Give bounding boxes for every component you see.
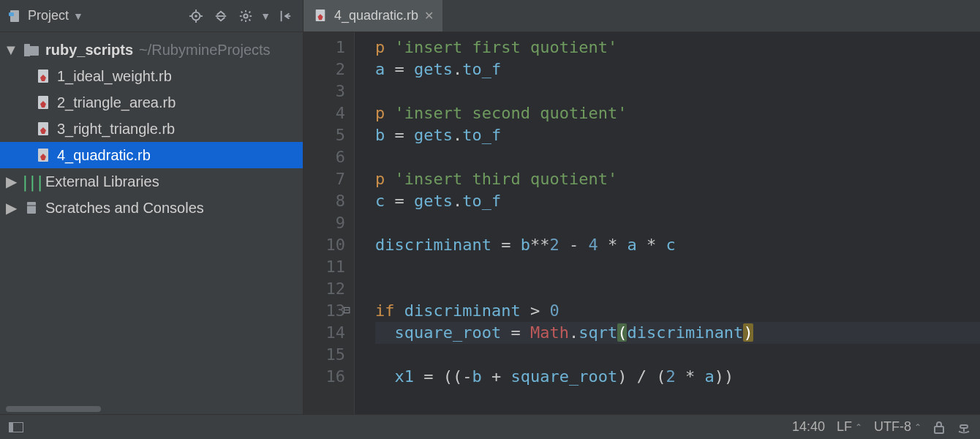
tree-root-label: ruby_scripts — [45, 42, 133, 59]
svg-line-16 — [241, 19, 243, 20]
tree-file[interactable]: 2_triangle_area.rb — [0, 89, 303, 116]
code-line[interactable] — [375, 146, 980, 168]
locate-icon[interactable] — [186, 6, 206, 26]
library-icon: ||| — [23, 173, 39, 190]
tool-window-toggle-icon[interactable] — [9, 422, 23, 432]
gutter-line-number[interactable]: 15 — [304, 344, 345, 366]
code-line[interactable]: discriminant = b**2 - 4 * a * c — [375, 234, 980, 256]
collapse-all-icon[interactable] — [211, 6, 231, 26]
gutter-line-number[interactable]: 6 — [304, 146, 345, 168]
main-area: Project ▼ ▼ ▼ — [0, 0, 980, 414]
code-line[interactable]: square_root = Math.sqrt(discriminant) — [375, 322, 980, 344]
code-line[interactable]: x1 = ((-b + square_root) / (2 * a)) — [375, 366, 980, 388]
gutter-line-number[interactable]: 12 — [304, 278, 345, 300]
code-line[interactable]: b = gets.to_f — [375, 124, 980, 146]
code-line[interactable] — [375, 344, 980, 366]
gutter-line-number[interactable]: 14 — [304, 322, 345, 344]
hide-sidebar-icon[interactable] — [275, 6, 295, 26]
code-line[interactable] — [375, 256, 980, 278]
gutter-line-number[interactable]: 2 — [304, 59, 345, 80]
gutter-line-number[interactable]: 10 — [304, 234, 345, 256]
close-tab-icon[interactable]: ✕ — [424, 9, 434, 23]
editor-code-area[interactable]: p 'insert first quotient'a = gets.to_fp … — [355, 32, 980, 414]
tree-root[interactable]: ▼ ruby_scripts ~/RubymineProjects — [0, 37, 303, 63]
ruby-file-icon — [35, 68, 51, 84]
code-line[interactable] — [375, 80, 980, 102]
editor-tabs: 4_quadratic.rb ✕ — [304, 0, 980, 32]
tree-scratches[interactable]: ▶ Scratches and Consoles — [0, 195, 303, 221]
sidebar-horizontal-scrollbar[interactable] — [0, 404, 303, 414]
editor-tab-active[interactable]: 4_quadratic.rb ✕ — [304, 0, 442, 31]
svg-point-3 — [195, 15, 197, 18]
gutter-line-number[interactable]: 13⊟ — [304, 300, 345, 322]
scrollbar-thumb[interactable] — [6, 406, 101, 412]
code-line[interactable]: c = gets.to_f — [375, 190, 980, 212]
status-encoding[interactable]: UTF-8 ⌃ — [874, 419, 921, 435]
project-icon — [7, 8, 23, 24]
gutter-line-number[interactable]: 4 — [304, 102, 345, 124]
ruby-file-icon — [35, 147, 51, 163]
code-line[interactable]: p 'insert third quotient' — [375, 168, 980, 190]
tree-external-libraries[interactable]: ▶ ||| External Libraries — [0, 168, 303, 195]
gutter-line-number[interactable]: 3 — [304, 80, 345, 102]
sidebar-header: Project ▼ ▼ — [0, 0, 303, 32]
ruby-file-icon — [35, 121, 51, 137]
gutter-line-number[interactable]: 9 — [304, 212, 345, 234]
tree-file-label: 1_ideal_weight.rb — [57, 68, 172, 85]
chevron-icon: ⌃ — [914, 422, 921, 432]
chevron-icon: ⌃ — [855, 422, 862, 432]
collapse-arrow-icon[interactable]: ▶ — [4, 199, 18, 217]
collapse-arrow-icon[interactable]: ▶ — [4, 173, 18, 190]
tree-file-label: 4_quadratic.rb — [57, 147, 151, 164]
gutter-line-number[interactable]: 16 — [304, 366, 345, 388]
gutter-line-number[interactable]: 1 — [304, 37, 345, 59]
fold-marker-icon[interactable]: ⊟ — [340, 304, 353, 317]
code-line[interactable]: p 'insert first quotient' — [375, 37, 980, 59]
folder-icon — [23, 42, 39, 58]
expand-arrow-icon[interactable]: ▼ — [4, 42, 18, 59]
code-line[interactable]: a = gets.to_f — [375, 59, 980, 80]
gutter-line-number[interactable]: 5 — [304, 124, 345, 146]
gutter-line-number[interactable]: 7 — [304, 168, 345, 190]
svg-rect-37 — [960, 425, 968, 428]
status-cursor-position[interactable]: 14:40 — [792, 419, 825, 435]
tree-file-label: 2_triangle_area.rb — [57, 94, 176, 111]
settings-dropdown-icon[interactable]: ▼ — [260, 10, 271, 22]
svg-line-17 — [249, 11, 251, 12]
gutter-line-number[interactable]: 8 — [304, 190, 345, 212]
tree-file[interactable]: 4_quadratic.rb — [0, 142, 303, 168]
tree-file[interactable]: 3_right_triangle.rb — [0, 116, 303, 142]
ruby-file-icon — [35, 94, 51, 110]
inspection-profile-icon[interactable] — [957, 421, 971, 434]
svg-rect-35 — [9, 422, 13, 432]
svg-point-9 — [244, 14, 247, 18]
code-line[interactable]: if discriminant > 0 — [375, 300, 980, 322]
settings-icon[interactable] — [235, 6, 256, 26]
svg-rect-30 — [27, 202, 36, 214]
status-bar: 14:40 LF ⌃ UTF-8 ⌃ — [0, 414, 980, 439]
editor-tab-label: 4_quadratic.rb — [334, 8, 418, 23]
ide-root: Project ▼ ▼ ▼ — [0, 0, 980, 439]
project-sidebar: Project ▼ ▼ ▼ — [0, 0, 304, 414]
tree-file[interactable]: 1_ideal_weight.rb — [0, 63, 303, 89]
code-line[interactable] — [375, 278, 980, 300]
sidebar-title: Project — [28, 8, 69, 23]
tree-file-label: 3_right_triangle.rb — [57, 121, 175, 138]
scratches-icon — [23, 200, 39, 216]
svg-rect-1 — [9, 12, 14, 16]
project-tree[interactable]: ▼ ruby_scripts ~/RubymineProjects 1_idea… — [0, 32, 303, 404]
svg-line-14 — [241, 11, 243, 12]
tree-root-path: ~/RubymineProjects — [139, 42, 271, 59]
code-line[interactable] — [375, 212, 980, 234]
code-line[interactable]: p 'insert second quotient' — [375, 102, 980, 124]
svg-rect-21 — [24, 46, 39, 56]
gutter-line-number[interactable]: 11 — [304, 256, 345, 278]
readonly-lock-icon[interactable] — [933, 421, 945, 434]
tree-item-label: Scratches and Consoles — [45, 200, 204, 217]
sidebar-dropdown-icon[interactable]: ▼ — [73, 10, 83, 22]
status-line-separator[interactable]: LF ⌃ — [837, 419, 862, 435]
svg-rect-36 — [935, 427, 943, 433]
code-editor[interactable]: 12345678910111213⊟141516 p 'insert first… — [304, 32, 980, 414]
editor-gutter[interactable]: 12345678910111213⊟141516 — [304, 32, 355, 414]
svg-line-15 — [249, 19, 251, 20]
